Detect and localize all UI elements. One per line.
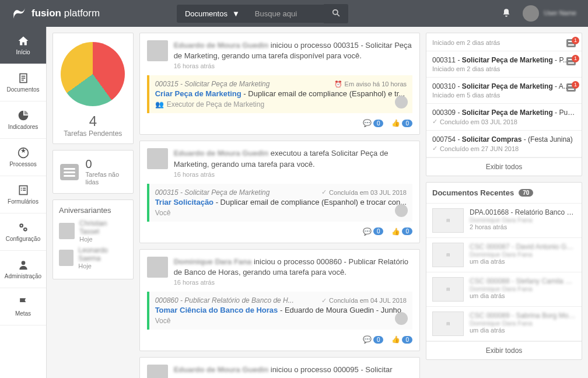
sidebar-item-configuração[interactable]: Configuração bbox=[0, 214, 46, 251]
process-title: 000754 - Solicitar Compras - (Festa Juni… bbox=[432, 135, 576, 144]
notification-badge: 1 bbox=[572, 81, 579, 89]
feed-task-card[interactable]: 000860 - Publicar Relatório de Banco de … bbox=[147, 292, 412, 330]
task-reference: 000860 - Publicar Relatório de Banco de … bbox=[155, 296, 294, 304]
birthday-row[interactable]: Leonardo SaemaHoje bbox=[59, 246, 127, 270]
doc-icon bbox=[2, 72, 44, 84]
sidebar-item-início[interactable]: Início bbox=[0, 27, 46, 64]
sidebar-item-indicadores[interactable]: Indicadores bbox=[0, 102, 46, 139]
search-input[interactable] bbox=[248, 5, 324, 23]
svg-point-16 bbox=[21, 261, 25, 265]
feed-timestamp: 16 horas atrás bbox=[174, 62, 412, 69]
process-row[interactable]: 000754 - Solicitar Compras - (Festa Juni… bbox=[426, 131, 582, 158]
unread-count: 0 bbox=[86, 158, 126, 171]
feed-author-avatar[interactable] bbox=[147, 257, 168, 278]
process-subtitle: Iniciado em 5 dias atrás bbox=[432, 92, 576, 99]
process-notification: 1 bbox=[566, 83, 577, 94]
chart-icon bbox=[2, 110, 44, 121]
pending-tasks-card[interactable]: 4 Tarefas Pendentes bbox=[52, 33, 134, 144]
process-row[interactable]: 000310 - Solicitar Peça de Marketing - A… bbox=[426, 78, 582, 104]
document-thumbnail: ▤ bbox=[432, 312, 464, 336]
document-row[interactable]: ▤ CSC 000087 - David Antonio Gehrig Domi… bbox=[426, 238, 582, 272]
document-thumbnail: ▤ bbox=[432, 208, 464, 233]
feed-author-avatar[interactable] bbox=[147, 365, 168, 378]
group-icon: 👥 bbox=[155, 100, 164, 108]
search-category-dropdown[interactable]: Documentos ▼ bbox=[177, 5, 248, 23]
process-row[interactable]: 000309 - Solicitar Peça de Marketing - P… bbox=[426, 104, 582, 131]
user-avatar bbox=[523, 5, 539, 22]
feed-author[interactable]: Eduardo de Moura Guedin bbox=[174, 365, 269, 374]
feed-text: Eduardo de Moura Guedin executou a taref… bbox=[174, 148, 412, 169]
document-author: Dominique Dara Fana bbox=[470, 320, 576, 327]
pie-chart bbox=[61, 42, 125, 106]
document-author: Dominique Dara Fana bbox=[470, 251, 576, 258]
feed-author[interactable]: Eduardo de Moura Guedin bbox=[174, 149, 269, 158]
task-executor: Você bbox=[155, 317, 407, 325]
notifications-icon[interactable] bbox=[502, 8, 511, 19]
document-row[interactable]: ▤ DPA.001668 - Relatório Banco de Horas … bbox=[426, 204, 582, 238]
sidebar-item-documentos[interactable]: Documentos bbox=[0, 64, 46, 102]
comments-button[interactable]: 💬0 bbox=[363, 335, 384, 344]
comments-button[interactable]: 💬0 bbox=[363, 119, 384, 127]
likes-button[interactable]: 👍0 bbox=[391, 119, 412, 127]
processes-card: Iniciado em 2 dias atrás 1 000311 - Soli… bbox=[426, 33, 582, 176]
feed-author[interactable]: Eduardo de Moura Guedin bbox=[174, 41, 269, 50]
document-title: DPA.001668 - Relatório Banco de Horas -.… bbox=[470, 208, 576, 216]
process-row[interactable]: 000311 - Solicitar Peça de Marketing - P… bbox=[426, 51, 582, 78]
process-row[interactable]: Iniciado em 2 dias atrás 1 bbox=[426, 33, 582, 51]
search-icon bbox=[332, 9, 340, 17]
unread-tasks-card[interactable]: 0 Tarefas não lidas bbox=[52, 150, 134, 194]
birthdays-card: Aniversariantes Christian TasselHojeLeon… bbox=[52, 200, 134, 279]
document-row[interactable]: ▤ CSC 000088 - Stefany Camila M. Ciuz Do… bbox=[426, 272, 582, 307]
docs-show-all[interactable]: Exibir todos bbox=[426, 341, 582, 359]
avatar bbox=[59, 250, 74, 266]
comments-button[interactable]: 💬0 bbox=[363, 228, 384, 236]
sidebar-item-label: Início bbox=[16, 49, 30, 55]
sidebar-item-label: Indicadores bbox=[8, 124, 38, 130]
document-thumbnail: ▤ bbox=[432, 277, 464, 302]
process-subtitle: Concluído em 27 JUN 2018 bbox=[432, 145, 576, 152]
feed-item: Eduardo de Moura Guedin executou a taref… bbox=[139, 141, 420, 243]
likes-count: 0 bbox=[402, 228, 412, 235]
feed-item: Eduardo de Moura Guedin iniciou o proces… bbox=[139, 33, 420, 135]
executor-avatar bbox=[395, 204, 408, 217]
likes-button[interactable]: 👍0 bbox=[391, 228, 412, 236]
birthday-when: Hoje bbox=[78, 262, 127, 270]
search-category-label: Documentos bbox=[185, 9, 228, 18]
process-subtitle: Concluído em 03 JUL 2018 bbox=[432, 118, 576, 125]
list-icon bbox=[60, 164, 79, 180]
avatar bbox=[59, 223, 75, 239]
feed-text: Eduardo de Moura Guedin iniciou o proces… bbox=[174, 365, 393, 375]
sidebar-item-metas[interactable]: Metas bbox=[0, 288, 46, 326]
processes-show-all[interactable]: Exibir todos bbox=[426, 158, 582, 176]
document-time: um dia atrás bbox=[470, 258, 576, 265]
task-title: Tomar Ciência do Banco de Horas - Eduard… bbox=[155, 306, 407, 314]
search-button[interactable] bbox=[324, 4, 348, 23]
birthday-when: Hoje bbox=[79, 236, 127, 243]
brand-bold: fusion bbox=[32, 8, 61, 19]
birthday-row[interactable]: Christian TasselHoje bbox=[59, 219, 127, 243]
feed-author-avatar[interactable] bbox=[147, 148, 168, 169]
check-icon bbox=[321, 297, 327, 304]
document-row[interactable]: ▤ CSC 000089 - Sabrina Borg Moreira Domi… bbox=[426, 307, 582, 341]
comment-icon: 💬 bbox=[363, 335, 372, 344]
sidebar-item-processos[interactable]: Processos bbox=[0, 139, 46, 176]
feed-author[interactable]: Dominique Dara Fana bbox=[174, 257, 252, 266]
logo-icon bbox=[12, 6, 27, 21]
likes-button[interactable]: 👍0 bbox=[391, 335, 412, 344]
birthday-name: Christian Tassel bbox=[79, 219, 127, 236]
sidebar-item-label: Documentos bbox=[6, 86, 39, 93]
svg-point-15 bbox=[24, 229, 26, 230]
sidebar-item-administração[interactable]: Administração bbox=[0, 251, 46, 288]
sidebar-item-label: Administração bbox=[5, 273, 41, 279]
flag-icon bbox=[2, 296, 44, 308]
logo[interactable]: fusion platform bbox=[12, 6, 100, 21]
feed-task-card[interactable]: 000315 - Solicitar Peça de Marketing Con… bbox=[147, 184, 412, 222]
sidebar-item-formulários[interactable]: Formulários bbox=[0, 176, 46, 214]
check-icon bbox=[432, 145, 438, 152]
feed-author-avatar[interactable] bbox=[147, 40, 168, 61]
user-menu[interactable]: User Name bbox=[523, 5, 576, 22]
task-status: ⏰ Em aviso há 10 horas bbox=[334, 80, 407, 88]
feed-task-card[interactable]: 000315 - Solicitar Peça de Marketing⏰ Em… bbox=[147, 75, 412, 113]
task-status: Concluída em 04 JUL 2018 bbox=[321, 297, 407, 304]
process-notification: 1 bbox=[566, 39, 577, 50]
